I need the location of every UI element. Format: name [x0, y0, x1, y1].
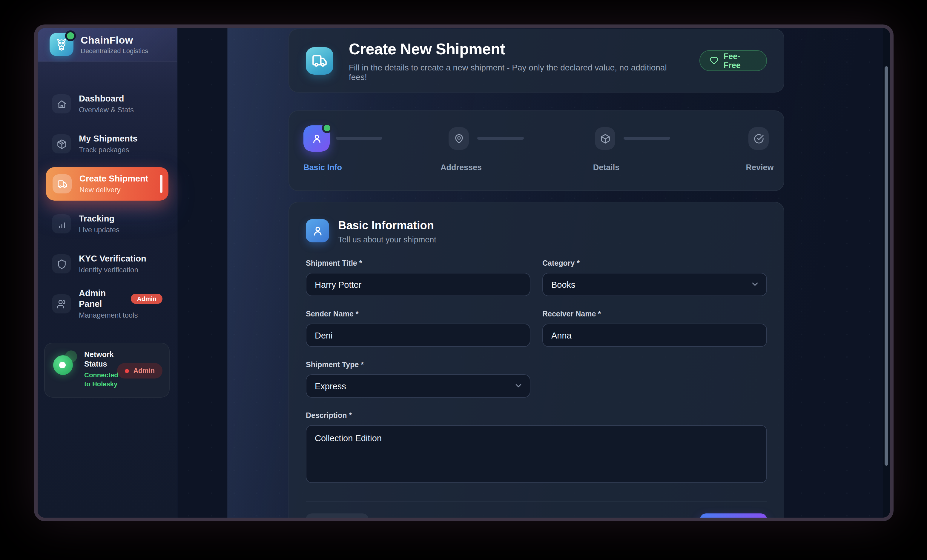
form-grid: Shipment Title * Category * Books Sender…: [306, 259, 767, 486]
footer-divider: [306, 501, 767, 501]
sidebar-item-sublabel: Track packages: [79, 146, 138, 154]
sidebar-item-sublabel: Live updates: [79, 226, 120, 234]
description-textarea[interactable]: Collection Edition: [306, 425, 767, 483]
step-label-review[interactable]: Review: [746, 163, 774, 172]
field-description: Description * Collection Edition: [306, 411, 767, 486]
step-label-basic-info[interactable]: Basic Info: [304, 163, 342, 172]
step-review-icon[interactable]: [748, 127, 769, 150]
fee-free-badge: Fee-Free: [699, 50, 767, 71]
sidebar-item-sublabel: Identity verification: [79, 266, 146, 274]
step-active-dot: [322, 123, 332, 133]
category-select[interactable]: Books: [543, 273, 767, 296]
basic-information-card: Basic Information Tell us about your shi…: [289, 202, 784, 521]
description-label: Description *: [306, 411, 767, 420]
sidebar-nav: Dashboard Overview & Stats My Shipments …: [38, 61, 177, 319]
network-status-icon: [53, 351, 77, 377]
user-icon: [311, 133, 322, 144]
step-label-details[interactable]: Details: [593, 163, 620, 172]
section-title: Basic Information: [338, 219, 436, 232]
step-connector: [623, 137, 670, 140]
sidebar-item-admin-panel[interactable]: Admin Panel Admin Management tools: [46, 289, 169, 319]
home-icon: [52, 94, 71, 114]
sidebar-item-kyc-verification[interactable]: KYC Verification Identity verification: [46, 249, 169, 279]
sidebar-item-dashboard[interactable]: Dashboard Overview & Stats: [46, 89, 169, 119]
receiver-name-input[interactable]: [543, 323, 767, 347]
sidebar-item-label: KYC Verification: [79, 254, 146, 264]
wizard-stepper: Basic Info Addresses Details Review: [289, 111, 784, 191]
truck-icon: [306, 47, 333, 74]
shipment-title-label: Shipment Title *: [306, 259, 530, 267]
scrollbar-track[interactable]: [883, 28, 890, 518]
package-icon: [52, 134, 71, 153]
sidebar: ChainFlow Decentralized Logistics Dashbo…: [38, 28, 178, 518]
field-sender-name: Sender Name *: [306, 310, 530, 347]
category-label: Category *: [543, 259, 767, 267]
sidebar-item-label: Dashboard: [79, 94, 134, 104]
shipment-title-input[interactable]: [306, 273, 530, 296]
sidebar-item-sublabel: New delivery: [79, 186, 148, 194]
sidebar-item-create-shipment[interactable]: Create Shipment New delivery: [46, 167, 169, 200]
red-dot-icon: [125, 369, 129, 373]
sidebar-item-my-shipments[interactable]: My Shipments Track packages: [46, 129, 169, 159]
sidebar-header: ChainFlow Decentralized Logistics: [38, 28, 177, 62]
shipment-type-label: Shipment Type *: [306, 361, 530, 369]
field-category: Category * Books: [543, 259, 767, 296]
package-icon: [600, 134, 610, 144]
sidebar-item-label: Create Shipment: [79, 174, 148, 184]
check-circle-icon: [754, 134, 764, 144]
sidebar-item-label: Admin Panel Admin: [79, 288, 163, 309]
step-details-icon[interactable]: [595, 127, 615, 150]
sidebar-item-sublabel: Management tools: [79, 311, 163, 319]
sidebar-item-label-text: Admin Panel: [79, 288, 126, 309]
sender-name-input[interactable]: [306, 323, 530, 347]
screen: ChainFlow Decentralized Logistics Dashbo…: [0, 0, 927, 560]
field-spacer: [543, 361, 767, 398]
page-title: Create New Shipment: [349, 40, 684, 58]
bar-chart-icon: [52, 214, 71, 234]
admin-badge: Admin: [131, 293, 163, 304]
sender-name-label: Sender Name *: [306, 310, 530, 318]
field-receiver-name: Receiver Name *: [543, 310, 767, 347]
active-indicator-bar: [160, 175, 163, 193]
logo-text: ChainFlow Decentralized Logistics: [81, 34, 148, 54]
step-connector: [336, 137, 382, 140]
network-status-card: Network Status Connected to Holesky Admi…: [44, 343, 170, 398]
field-shipment-type: Shipment Type * Express: [306, 361, 530, 398]
page-header-card: Create New Shipment Fill in the details …: [289, 29, 784, 93]
sidebar-item-sublabel: Overview & Stats: [79, 106, 134, 114]
map-pin-icon: [454, 134, 464, 144]
step-label-addresses[interactable]: Addresses: [441, 163, 482, 172]
heart-icon: [709, 56, 718, 65]
step-addresses-icon[interactable]: [448, 127, 469, 150]
wizard-footer: Previous Next Step: [306, 513, 767, 521]
online-status-dot: [65, 30, 76, 41]
sidebar-item-label: My Shipments: [79, 134, 138, 144]
next-step-button[interactable]: Next Step: [700, 513, 767, 521]
app-window: ChainFlow Decentralized Logistics Dashbo…: [34, 24, 894, 521]
network-status-title: Network Status: [84, 351, 121, 369]
app-tagline: Decentralized Logistics: [81, 47, 148, 55]
user-icon: [306, 219, 329, 242]
app-logo: [50, 33, 73, 56]
scrollbar-thumb[interactable]: [884, 66, 888, 466]
step-basic-info-icon[interactable]: [304, 125, 330, 152]
sidebar-item-tracking[interactable]: Tracking Live updates: [46, 209, 169, 239]
truck-icon: [53, 175, 72, 193]
previous-button[interactable]: Previous: [306, 513, 369, 521]
shipment-type-select[interactable]: Express: [306, 374, 530, 398]
network-admin-badge: Admin: [117, 363, 163, 378]
receiver-name-label: Receiver Name *: [543, 310, 767, 318]
section-subtitle: Tell us about your shipment: [338, 235, 436, 244]
field-shipment-title: Shipment Title *: [306, 259, 530, 296]
sidebar-item-label: Tracking: [79, 214, 120, 224]
section-header: Basic Information Tell us about your shi…: [306, 219, 767, 244]
users-icon: [52, 294, 71, 313]
page-subtitle: Fill in the details to create a new ship…: [349, 62, 684, 82]
step-connector: [477, 137, 524, 140]
shield-icon: [52, 254, 71, 273]
app-title: ChainFlow: [81, 34, 148, 46]
